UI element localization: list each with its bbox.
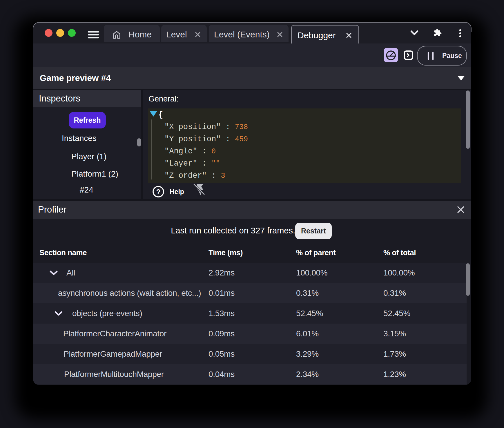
svg-text:?: ? — [156, 188, 161, 196]
